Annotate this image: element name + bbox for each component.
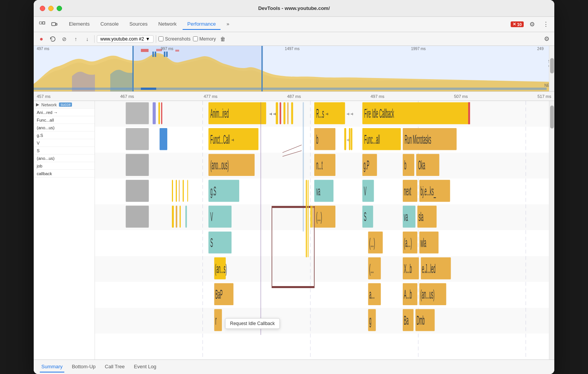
inspect-icon[interactable] bbox=[37, 19, 47, 30]
ms-label-1: 997 ms bbox=[161, 47, 173, 51]
timeline-svg[interactable] bbox=[34, 46, 554, 91]
svg-text:sla: sla bbox=[418, 209, 423, 224]
flame-area: ▶ Network succe Ani...red → Func...all (… bbox=[34, 101, 554, 359]
bottom-tab-summary[interactable]: Summary bbox=[40, 361, 64, 372]
svg-rect-8 bbox=[152, 52, 154, 57]
svg-text:Func...all: Func...all bbox=[364, 132, 380, 146]
record-button[interactable]: ● bbox=[37, 34, 46, 44]
reload-record-button[interactable] bbox=[48, 34, 57, 44]
svg-text:V: V bbox=[364, 184, 367, 198]
tab-elements[interactable]: Elements bbox=[64, 19, 94, 30]
svg-text:(ano...ous): (ano...ous) bbox=[211, 158, 229, 172]
memory-checkbox[interactable] bbox=[193, 36, 198, 41]
download-button[interactable]: ↓ bbox=[83, 34, 92, 44]
tab-bar-icons bbox=[37, 19, 60, 30]
svg-text:→→: →→ bbox=[346, 106, 354, 120]
svg-rect-47 bbox=[180, 206, 181, 228]
svg-rect-85 bbox=[340, 102, 343, 124]
svg-rect-45 bbox=[172, 206, 174, 228]
upload-button[interactable]: ↑ bbox=[71, 34, 80, 44]
tab-console[interactable]: Console bbox=[96, 19, 123, 30]
tab-performance[interactable]: Performance bbox=[183, 19, 220, 30]
network-arrow: ▶ bbox=[36, 102, 39, 107]
svg-rect-144 bbox=[312, 206, 314, 228]
svg-text:(a...): (a...) bbox=[404, 235, 412, 250]
screenshots-label: Screenshots bbox=[165, 36, 191, 42]
svg-rect-72 bbox=[291, 102, 293, 124]
svg-text:S: S bbox=[211, 235, 213, 250]
row-ano-us: (ano...us) bbox=[34, 124, 95, 132]
bottom-tabs: Summary Bottom-Up Call Tree Event Log bbox=[34, 359, 554, 374]
ruler-mark-4: 497 ms bbox=[371, 94, 384, 99]
svg-rect-22 bbox=[95, 230, 549, 256]
svg-rect-16 bbox=[141, 88, 156, 90]
svg-rect-23 bbox=[95, 256, 549, 282]
tab-sources[interactable]: Sources bbox=[125, 19, 152, 30]
bottom-tab-bottom-up[interactable]: Bottom-Up bbox=[70, 361, 97, 372]
ruler-mark-5: 507 ms bbox=[454, 94, 468, 99]
row-ano-us2: (ano...us) bbox=[34, 154, 95, 162]
svg-text:Funct...Call →: Funct...Call → bbox=[211, 132, 235, 146]
close-button[interactable] bbox=[40, 6, 45, 11]
ruler-mark-1: 467 ms bbox=[120, 94, 134, 99]
svg-text:bj.e...ks_: bj.e...ks_ bbox=[420, 184, 436, 198]
bottom-tab-call-tree[interactable]: Call Tree bbox=[103, 361, 126, 372]
tooltip-request-idle-callback: Request Idle Callback bbox=[225, 318, 280, 329]
svg-text:(...): (...) bbox=[369, 235, 375, 250]
time-ruler-marks: 457 ms 467 ms 477 ms 487 ms 497 ms 507 m… bbox=[37, 94, 551, 99]
url-selector[interactable]: www.youtube.com #2 ▼ bbox=[97, 35, 154, 43]
svg-rect-92 bbox=[468, 102, 470, 124]
clear-button[interactable]: ⊘ bbox=[60, 34, 69, 44]
svg-rect-32 bbox=[153, 102, 156, 124]
svg-rect-33 bbox=[158, 102, 160, 124]
svg-text:Run Microtasks: Run Microtasks bbox=[405, 132, 431, 146]
settings-icon[interactable]: ⚙ bbox=[527, 19, 537, 30]
svg-rect-24 bbox=[95, 282, 549, 308]
svg-rect-0 bbox=[39, 22, 42, 24]
clean-icon[interactable]: 🗑 bbox=[218, 34, 227, 44]
svg-text:e.J...led: e.J...led bbox=[422, 261, 435, 275]
menu-icon[interactable]: ⋮ bbox=[541, 19, 551, 30]
url-value: www.youtube.com #2 bbox=[100, 36, 144, 42]
device-icon[interactable] bbox=[49, 19, 60, 30]
vertical-scrollbar[interactable] bbox=[549, 101, 554, 359]
devtools-body: Elements Console Sources Network Perform… bbox=[34, 17, 554, 374]
perf-settings-icon[interactable]: ⚙ bbox=[542, 34, 551, 44]
svg-rect-6 bbox=[132, 46, 134, 91]
minimize-button[interactable] bbox=[48, 6, 54, 11]
svg-text:b: b bbox=[316, 132, 318, 146]
svg-rect-2 bbox=[52, 23, 56, 26]
svg-rect-42 bbox=[183, 180, 184, 202]
timeline-overview[interactable]: 497 ms 997 ms 1497 ms 1997 ms 249 bbox=[34, 46, 554, 92]
bottom-tab-event-log[interactable]: Event Log bbox=[132, 361, 158, 372]
svg-text:a...: a... bbox=[369, 287, 375, 301]
svg-rect-44 bbox=[126, 206, 149, 228]
svg-rect-36 bbox=[160, 128, 167, 150]
svg-rect-46 bbox=[176, 206, 177, 228]
svg-text:V: V bbox=[211, 209, 213, 224]
row-callback: callback bbox=[34, 170, 95, 177]
svg-rect-40 bbox=[176, 180, 177, 202]
svg-text:g.S: g.S bbox=[211, 184, 216, 198]
scrollbar-thumb-overview[interactable] bbox=[550, 58, 554, 73]
scrollbar-thumb[interactable] bbox=[550, 106, 554, 128]
screenshots-checkbox[interactable] bbox=[158, 36, 163, 41]
tab-more[interactable]: » bbox=[222, 19, 234, 30]
svg-rect-142 bbox=[308, 180, 309, 257]
memory-checkbox-group[interactable]: Memory bbox=[193, 36, 216, 42]
svg-rect-143 bbox=[310, 206, 312, 228]
performance-toolbar: ● ⊘ ↑ ↓ www.youtube.com #2 ▼ Screenshots bbox=[34, 32, 554, 46]
ruler-mark-2: 477 ms bbox=[204, 94, 217, 99]
svg-rect-48 bbox=[185, 206, 187, 228]
flame-chart-svg[interactable]: Anim...ired →→ Funct...Call → (ano...ous… bbox=[95, 101, 549, 359]
tab-network[interactable]: Network bbox=[154, 19, 181, 30]
maximize-button[interactable] bbox=[57, 6, 62, 11]
svg-text:n...t: n...t bbox=[316, 158, 323, 172]
scrollbar-overview[interactable] bbox=[549, 46, 554, 91]
error-badge: ✕ 10 bbox=[511, 21, 524, 27]
screenshots-checkbox-group[interactable]: Screenshots bbox=[158, 36, 191, 42]
svg-rect-10 bbox=[164, 52, 165, 57]
flame-chart-main[interactable]: Anim...ired →→ Funct...Call → (ano...ous… bbox=[95, 101, 549, 359]
network-section-header[interactable]: ▶ Network succe bbox=[34, 101, 95, 109]
svg-rect-71 bbox=[287, 102, 289, 124]
